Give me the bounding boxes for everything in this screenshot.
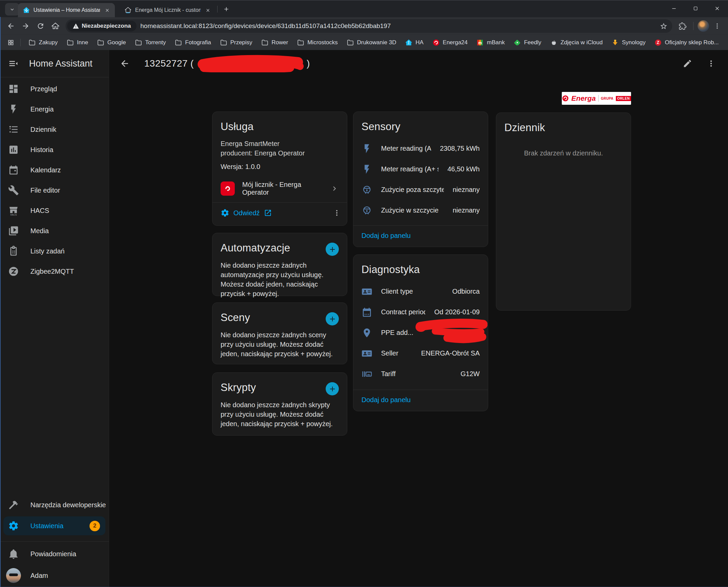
visit-link[interactable]: Odwiedź (234, 209, 260, 217)
seller-card-icon (362, 348, 372, 359)
bookmark-folder-drukowanie-3d[interactable]: Drukowanie 3D (342, 37, 401, 49)
window-minimize-button[interactable] (663, 0, 685, 17)
folder-icon (347, 39, 354, 46)
bookmark-folder-przepisy[interactable]: Przepisy (216, 37, 257, 49)
page-back-button[interactable] (117, 56, 132, 71)
service-kebab-menu[interactable] (333, 209, 341, 217)
edit-device-button[interactable] (680, 56, 695, 71)
sidebar-item-media[interactable]: Media (0, 221, 109, 241)
redaction-scribble (195, 55, 306, 72)
sidebar-item-energia[interactable]: Energia (0, 99, 109, 119)
forward-button[interactable] (19, 19, 32, 33)
back-button[interactable] (4, 19, 18, 33)
sidebar-header: Home Assistant (0, 50, 109, 77)
sidebar-item-file-editor[interactable]: File editor (0, 180, 109, 201)
extensions-button[interactable] (676, 19, 689, 33)
maximize-icon (693, 6, 698, 11)
bookmark-folder-inne[interactable]: Inne (62, 37, 93, 49)
bookmark-oficjalny-sklep[interactable]: Z Oficjalny sklep Rob... (650, 37, 723, 49)
omnibox[interactable]: Niezabezpieczona homeassistant.local:812… (66, 19, 672, 33)
bookmark-star-button[interactable] (657, 19, 670, 33)
device-menu-button[interactable] (704, 56, 719, 71)
sidebar-item-dziennik[interactable]: Dziennik (0, 119, 109, 140)
window-close-button[interactable] (706, 0, 728, 17)
map-marker-icon (362, 327, 372, 338)
sidebar-item-zigbee2mqtt[interactable]: Zigbee2MQTT (0, 261, 109, 282)
window-controls (663, 0, 728, 17)
tab-energa-licznik[interactable]: Energa Mój Licznik - custom co (120, 3, 216, 17)
diagnostic-row[interactable]: Tariff G12W (362, 363, 480, 384)
bookmark-folder-rower[interactable]: Rower (257, 37, 293, 49)
svg-text:m: m (478, 41, 482, 45)
sidebar-item-label: Przegląd (30, 85, 57, 93)
reload-button[interactable] (34, 19, 47, 33)
home-button[interactable] (49, 19, 62, 33)
browser-menu-button[interactable] (710, 19, 724, 33)
apps-grid-icon[interactable] (5, 37, 17, 49)
sensor-row[interactable]: Meter reading (A+ stref... 46,50 kWh (362, 159, 480, 180)
sidebar-item-notifications[interactable]: Powiadomienia (0, 544, 109, 564)
browser-profile-avatar[interactable] (698, 20, 709, 32)
tab-search-button[interactable] (5, 3, 19, 16)
sidebar-item-przeglad[interactable]: Przegląd (0, 79, 109, 99)
sidebar-item-settings[interactable]: Ustawienia 2 (3, 516, 105, 535)
clipboard-list-icon (8, 246, 19, 257)
bookmark-folder-google[interactable]: Google (93, 37, 130, 49)
folder-icon (261, 39, 269, 46)
diagnostic-row[interactable]: Client type Odbiorca (362, 281, 480, 302)
sidebar-item-historia[interactable]: Historia (0, 140, 109, 160)
bookmark-energa24[interactable]: Energa24 (428, 37, 472, 49)
security-chip-label: Niezabezpieczona (82, 23, 131, 29)
window-maximize-button[interactable] (685, 0, 706, 17)
bookmark-folder-fotografia[interactable]: Fotografia (170, 37, 216, 49)
bookmark-folder-torrenty[interactable]: Torrenty (130, 37, 170, 49)
sidebar-item-label: Historia (30, 146, 53, 154)
sidebar-item-dev-tools[interactable]: Narzędzia deweloperskie (0, 495, 109, 515)
sidebar-item-kalendarz[interactable]: Kalendarz (0, 160, 109, 180)
security-chip[interactable]: Niezabezpieczona (67, 21, 137, 31)
diagnostic-row[interactable]: Seller ENERGA-Obrót SA (362, 343, 480, 363)
plus-icon (329, 245, 337, 254)
sidebar-item-user[interactable]: Adam (0, 564, 109, 587)
new-tab-button[interactable] (221, 4, 232, 14)
bookmark-folder-microstocks[interactable]: Microstocks (293, 37, 342, 49)
configure-gear-icon[interactable] (221, 209, 229, 217)
tab-close-icon[interactable] (103, 6, 111, 14)
bookmark-feedly[interactable]: Feedly (509, 37, 545, 49)
card-title: Diagnostyka (362, 264, 480, 276)
meter-gauge-icon (362, 205, 372, 216)
sensor-row[interactable]: Meter reading (A+ str... 2308,75 kWh (362, 138, 480, 159)
sensor-row[interactable]: Zużycie w szczycie nieznany (362, 200, 480, 221)
sidebar-item-listy-zadan[interactable]: Listy zadań (0, 241, 109, 261)
energa-wordmark: Energa (571, 94, 596, 102)
sensor-name: Zużycie poza szczytem (381, 186, 444, 194)
bookmark-icloud-photos[interactable]: Zdjęcia w iCloud (545, 37, 607, 49)
device-id: 13252727 (144, 58, 188, 69)
sensor-row[interactable]: Zużycie poza szczytem nieznany (362, 180, 480, 200)
bookmark-ha[interactable]: HA (401, 37, 428, 49)
tab-home-assistant[interactable]: Ustawienia – Home Assistant (18, 3, 115, 17)
add-to-panel-link[interactable]: Dodaj do panelu (362, 396, 411, 404)
scenes-card: Sceny Nie dodano jeszcze żadnych sceny p… (212, 302, 347, 364)
bookmark-mbank[interactable]: m mBank (472, 37, 509, 49)
open-in-new-icon[interactable] (264, 209, 272, 217)
add-script-button[interactable] (326, 382, 339, 395)
bookmark-label: mBank (487, 39, 505, 46)
add-automation-button[interactable] (326, 243, 339, 256)
integration-row[interactable]: Mój licznik - Energa Operator (221, 180, 339, 198)
synology-favicon-icon (611, 39, 619, 46)
sidebar-toggle-icon[interactable] (8, 58, 18, 69)
bookmark-wood-grain[interactable]: Add Wood Grain Eff... (723, 37, 728, 49)
zigbee-icon (8, 266, 19, 277)
tab-close-icon[interactable] (204, 6, 212, 14)
add-scene-button[interactable] (326, 312, 339, 325)
add-to-panel-link[interactable]: Dodaj do panelu (362, 232, 411, 240)
sidebar-item-label: Ustawienia (30, 522, 64, 530)
integration-label: Mój licznik - Energa Operator (242, 181, 323, 196)
sidebar-item-hacs[interactable]: HACS HACS (0, 201, 109, 221)
bookmark-synology[interactable]: Synology (607, 37, 650, 49)
star-icon (660, 22, 668, 30)
logo-separator (598, 95, 599, 102)
url-text[interactable]: homeassistant.local:8123/config/devices/… (137, 22, 657, 30)
bookmark-folder-zakupy[interactable]: Zakupy (24, 37, 62, 49)
